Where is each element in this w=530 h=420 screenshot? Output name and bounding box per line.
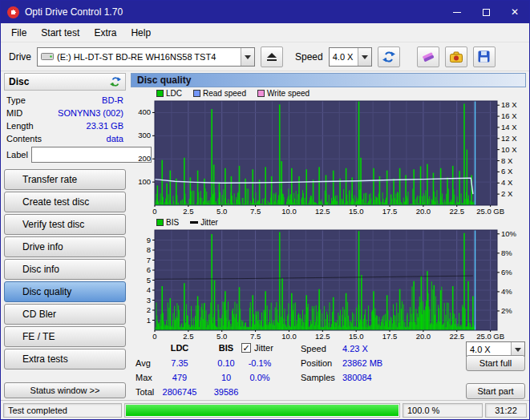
- eraser-icon: [422, 50, 435, 63]
- disc-info-value[interactable]: data: [107, 134, 123, 143]
- sidebar-item-verify-test-disc[interactable]: Verify test disc: [4, 214, 126, 235]
- position-stat-value: 23862 MB: [342, 358, 382, 368]
- eject-button[interactable]: [261, 46, 283, 67]
- svg-text:25.0 GB: 25.0 GB: [476, 332, 504, 341]
- jitter-value-2: 0.0%: [235, 373, 285, 382]
- sidebar-item-drive-info[interactable]: Drive info: [4, 236, 126, 257]
- ldc-chart-legend: LDCRead speedWrite speed: [131, 87, 526, 99]
- erase-disc-button[interactable]: [417, 46, 439, 67]
- menu-item-extra[interactable]: Extra: [87, 25, 123, 41]
- drive-icon: [41, 52, 54, 61]
- read-speed-legend-label: Read speed: [203, 89, 246, 98]
- avg-row-label: Avg: [136, 358, 151, 368]
- jitter-value-1: -0.1%: [235, 358, 285, 368]
- speed-select-value: 4.0 X: [333, 52, 354, 62]
- svg-text:10.0: 10.0: [281, 332, 297, 341]
- status-window-button[interactable]: Status window >>: [4, 382, 126, 398]
- max-ldc-value: 479: [153, 373, 206, 382]
- maximize-icon: [483, 9, 490, 16]
- svg-text:5: 5: [147, 276, 151, 285]
- svg-text:12.5: 12.5: [315, 332, 330, 341]
- read-speed-legend-item: Read speed: [193, 89, 246, 98]
- speed-stat-label: Speed: [301, 344, 326, 353]
- ldc-legend-item: LDC: [156, 89, 182, 98]
- svg-text:15.0: 15.0: [349, 332, 364, 341]
- ldc-read-speed-chart: 1002003004002 X4 X6 X8 X10 X12 X14 X16 X…: [131, 99, 528, 216]
- disc-panel-header: Disc: [4, 73, 126, 91]
- start-part-button[interactable]: Start part: [466, 383, 525, 399]
- panel-title: Disc quality: [137, 75, 191, 86]
- disc-info-value: 23.31 GB: [87, 121, 123, 131]
- drive-select[interactable]: (E:) HL-DT-ST BD-RE WH16NS58 TST4: [37, 47, 255, 67]
- svg-text:18 X: 18 X: [501, 100, 517, 109]
- disc-info-list: TypeBD-RMIDSONYNN3 (002)Length23.31 GBCo…: [4, 91, 126, 145]
- jitter-legend-item: Jitter: [190, 218, 218, 227]
- panel-header: Disc quality: [131, 73, 526, 87]
- sidebar-item-fe-te[interactable]: FE / TE: [4, 326, 126, 347]
- svg-text:25.0 GB: 25.0 GB: [476, 207, 504, 216]
- ldc-legend-marker: [156, 90, 164, 97]
- rescan-disc-button[interactable]: [110, 76, 121, 87]
- svg-text:2: 2: [147, 305, 151, 314]
- menu-item-file[interactable]: File: [4, 25, 34, 41]
- position-stat-label: Position: [301, 358, 332, 368]
- sidebar-item-create-test-disc[interactable]: Create test disc: [4, 192, 126, 212]
- jitter-legend-marker: [190, 221, 198, 224]
- close-button[interactable]: ✕: [500, 1, 529, 23]
- camera-icon: [450, 51, 463, 63]
- drive-label: Drive: [9, 51, 31, 63]
- sidebar-item-extra-tests[interactable]: Extra tests: [4, 349, 126, 370]
- results-area: LDC BIS ✓ Jitter Speed 4.23 X 4.0 X Avg …: [131, 341, 526, 400]
- status-bar: Test completed 100.0 % 31:22: [1, 400, 529, 419]
- svg-text:7: 7: [147, 256, 151, 265]
- ldc-column-header: LDC: [153, 343, 206, 353]
- speed-stat-value: 4.23 X: [342, 344, 368, 353]
- svg-text:10 X: 10 X: [501, 145, 517, 154]
- speed-select[interactable]: 4.0 X: [329, 47, 372, 67]
- menu-item-help[interactable]: Help: [123, 25, 158, 41]
- svg-text:15.0: 15.0: [349, 207, 364, 216]
- minimize-icon: [453, 12, 461, 13]
- jitter-checkbox[interactable]: ✓: [241, 343, 251, 353]
- test-speed-select-arrow[interactable]: [511, 342, 524, 356]
- svg-text:0: 0: [152, 332, 156, 341]
- disc-info-label: Length: [6, 121, 34, 131]
- sidebar-item-disc-quality[interactable]: Disc quality: [4, 281, 126, 302]
- screenshot-button[interactable]: [445, 46, 467, 67]
- drive-select-arrow[interactable]: [241, 48, 254, 66]
- ldc-legend-label: LDC: [166, 89, 182, 98]
- total-bis-value: 39586: [208, 387, 245, 397]
- sidebar-item-disc-info[interactable]: Disc info: [4, 259, 126, 280]
- jitter-checkbox-label: Jitter: [254, 343, 273, 353]
- svg-text:22.5: 22.5: [450, 207, 465, 216]
- menu-item-start-test[interactable]: Start test: [34, 25, 87, 41]
- total-row-label: Total: [136, 387, 154, 397]
- toolbar: Drive (E:) HL-DT-ST BD-RE WH16NS58 TST4 …: [1, 42, 529, 71]
- disc-info-label: MID: [6, 108, 22, 118]
- svg-text:3: 3: [147, 296, 151, 305]
- start-full-button[interactable]: Start full: [466, 355, 525, 371]
- svg-text:17.5: 17.5: [382, 207, 398, 216]
- svg-text:400: 400: [138, 107, 151, 116]
- sidebar-item-transfer-rate[interactable]: Transfer rate: [4, 169, 126, 190]
- svg-text:4: 4: [147, 285, 151, 294]
- svg-text:14 X: 14 X: [501, 123, 517, 131]
- drive-select-value: (E:) HL-DT-ST BD-RE WH16NS58 TST4: [57, 52, 216, 62]
- disc-panel-title: Disc: [9, 76, 29, 87]
- minimize-button[interactable]: [443, 1, 471, 23]
- speed-select-arrow[interactable]: [358, 48, 371, 66]
- svg-text:10%: 10%: [501, 229, 517, 238]
- disc-info-row: MIDSONYNN3 (002): [6, 107, 123, 119]
- app-icon: [7, 6, 19, 18]
- refresh-icon: [382, 50, 395, 63]
- disc-info-row: TypeBD-R: [6, 94, 123, 107]
- title-bar[interactable]: Opti Drive Control 1.70 ✕: [1, 1, 529, 23]
- maximize-button[interactable]: [471, 1, 500, 23]
- refresh-button[interactable]: [378, 46, 400, 67]
- svg-text:4%: 4%: [501, 287, 512, 296]
- svg-text:5.0: 5.0: [216, 332, 227, 341]
- svg-text:200: 200: [138, 154, 151, 163]
- sidebar-item-cd-bler[interactable]: CD Bler: [4, 304, 126, 325]
- total-ldc-value: 2806745: [153, 387, 206, 397]
- save-button[interactable]: [473, 46, 496, 67]
